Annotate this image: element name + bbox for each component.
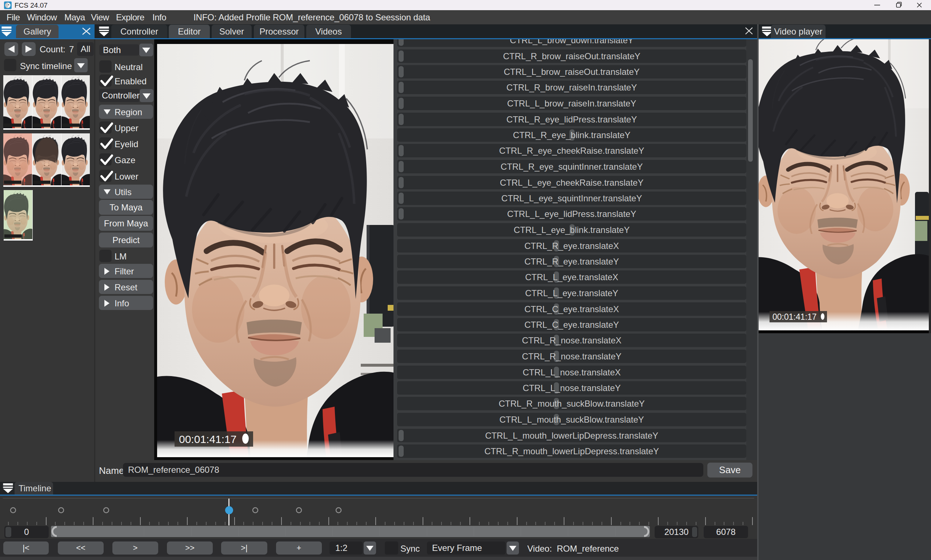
svg-text:00:01:41:17: 00:01:41:17 [179,433,236,445]
svg-text:00:01:41:17: 00:01:41:17 [772,312,817,322]
